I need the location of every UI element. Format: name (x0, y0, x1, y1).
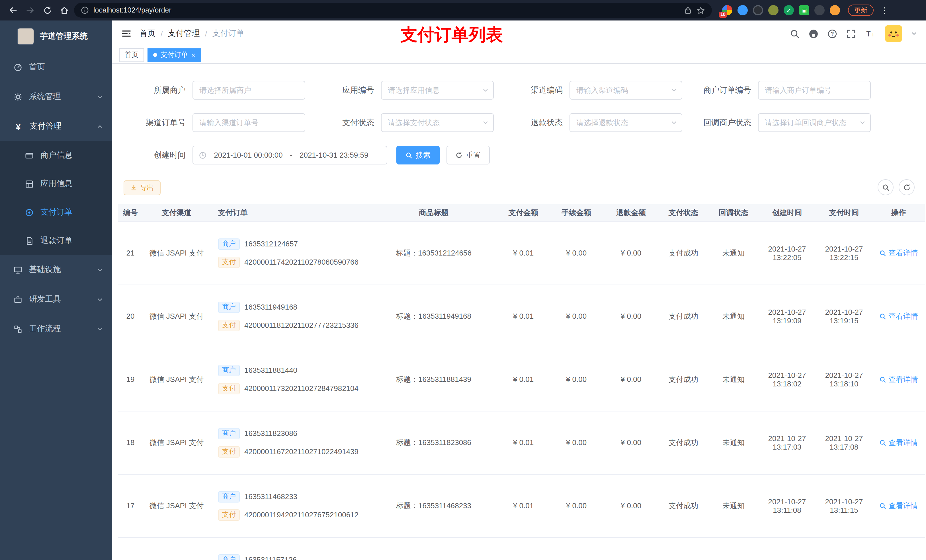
view-detail-link[interactable]: 查看详情 (879, 311, 918, 321)
app-select[interactable] (381, 81, 494, 100)
cell-order: 商户 1635312124657 支付 42000011742021102780… (210, 221, 369, 285)
breadcrumb-item-home[interactable]: 首页 (139, 29, 156, 39)
toggle-search-button[interactable] (878, 179, 894, 195)
pay-order-line: 支付 4200001194202110276752100612 (218, 509, 369, 521)
tab-home[interactable]: 首页 (119, 48, 144, 62)
refund-status-field[interactable] (576, 118, 667, 127)
sidebar-item-app-info[interactable]: 应用信息 (0, 170, 112, 198)
sidebar-item-payment[interactable]: ¥ 支付管理 (0, 112, 112, 141)
extension-icon-green-check[interactable]: ✓ (784, 5, 794, 15)
sidebar-item-devtools[interactable]: 研发工具 (0, 285, 112, 314)
extension-icon-chat[interactable]: ▣ (799, 5, 809, 15)
date-end-input[interactable] (296, 151, 372, 159)
merchant-order-no-field[interactable] (765, 86, 855, 95)
merchant-order-no: 1635311157126 (244, 555, 297, 560)
browser-update-button[interactable]: 更新 (848, 5, 874, 16)
site-info-icon[interactable] (81, 6, 89, 14)
channel-code-field[interactable] (576, 86, 667, 95)
monitor-icon (14, 266, 22, 274)
export-button[interactable]: 导出 (124, 180, 160, 195)
cell-action: 查看详情 (873, 537, 925, 560)
help-icon[interactable]: ? (828, 29, 837, 38)
pay-status-select[interactable] (381, 113, 494, 132)
search-button[interactable]: 搜索 (396, 146, 440, 165)
browser-forward-button[interactable] (23, 3, 38, 18)
sidebar-item-system[interactable]: 系统管理 (0, 82, 112, 112)
app-select-field[interactable] (388, 86, 478, 95)
svg-text:?: ? (831, 31, 834, 36)
extension-icon-pin[interactable] (814, 5, 825, 15)
share-icon[interactable] (684, 6, 692, 14)
sidebar-item-refund-order[interactable]: 退款订单 (0, 226, 112, 255)
merchant-input-field[interactable] (199, 86, 290, 95)
url-text: localhost:1024/pay/order (94, 6, 679, 14)
cell-action: 查看详情 (873, 348, 925, 411)
cell-action: 查看详情 (873, 221, 925, 285)
bookmark-star-icon[interactable] (696, 6, 705, 15)
sidebar-item-merchant-info[interactable]: 商户信息 (0, 141, 112, 170)
cell-amount: ¥ 0.01 (498, 474, 549, 537)
sidebar-item-label: 研发工具 (29, 294, 61, 305)
extension-icon-dark[interactable] (753, 5, 763, 15)
browser-back-button[interactable] (6, 3, 21, 18)
sidebar-item-pay-order[interactable]: 支付订单 (0, 198, 112, 226)
sidebar-item-workflow[interactable]: 工作流程 (0, 314, 112, 344)
pay-status-field[interactable] (388, 118, 478, 127)
font-size-icon[interactable]: TT (865, 29, 876, 38)
field-label: 应用编号 (306, 85, 381, 95)
table-toolbar: 导出 (118, 180, 926, 195)
chevron-down-icon[interactable] (911, 31, 917, 36)
refresh-table-button[interactable] (899, 179, 915, 195)
cell-amount: ¥ 0.01 (498, 285, 549, 348)
view-detail-link[interactable]: 查看详情 (879, 374, 918, 385)
fullscreen-icon[interactable] (846, 29, 856, 38)
extension-icon-drop[interactable] (737, 5, 748, 15)
browser-home-button[interactable] (57, 3, 72, 18)
refund-status-select[interactable] (569, 113, 682, 132)
date-range-picker[interactable]: - (192, 146, 387, 165)
channel-code-select[interactable] (569, 81, 682, 100)
tab-pay-order[interactable]: 支付订单 × (147, 48, 201, 62)
merchant-order-no-input[interactable] (758, 81, 871, 100)
extension-icon-olive[interactable] (768, 5, 779, 15)
browser-menu-icon[interactable]: ⋮ (881, 6, 888, 15)
table-row: 20 微信 JSAPI 支付 商户 1635311949168 支付 42000… (118, 285, 925, 348)
cell-title: 标题：1635311881439 (369, 348, 498, 411)
sidebar-logo[interactable]: 芋道管理系统 (0, 21, 112, 52)
cell-order: 商户 1635311823086 支付 42000011672021102710… (210, 411, 369, 474)
sidebar-toggle-button[interactable] (121, 29, 132, 39)
extension-icon-grid[interactable]: 10 (722, 5, 732, 15)
column-header-order: 支付订单 (210, 204, 369, 221)
tab-label: 首页 (125, 50, 138, 60)
view-detail-link[interactable]: 查看详情 (879, 248, 918, 258)
cell-notify: 未通知 (708, 474, 758, 537)
breadcrumb-separator: / (205, 29, 207, 38)
field-label: 渠道编码 (495, 85, 569, 95)
view-detail-link[interactable]: 查看详情 (879, 501, 918, 511)
address-bar[interactable]: localhost:1024/pay/order (74, 3, 712, 18)
view-detail-link[interactable]: 查看详情 (879, 437, 918, 448)
channel-order-no-input[interactable] (192, 113, 305, 132)
reset-button[interactable]: 重置 (446, 146, 490, 165)
browser-reload-button[interactable] (40, 3, 54, 18)
github-icon[interactable] (809, 29, 819, 38)
search-icon[interactable] (790, 29, 800, 38)
filter-field-create-time: 创建时间 - (118, 146, 387, 165)
cell-notify: 未通知 (708, 411, 758, 474)
sidebar-item-label: 支付订单 (41, 207, 72, 217)
sidebar-item-label: 工作流程 (29, 324, 61, 334)
sidebar-item-home[interactable]: 首页 (0, 52, 112, 82)
cell-amount: ¥ 0.01 (498, 221, 549, 285)
merchant-input[interactable] (192, 81, 305, 100)
date-start-input[interactable] (210, 151, 286, 159)
notify-status-select[interactable] (758, 113, 871, 132)
user-avatar[interactable] (885, 25, 902, 42)
tab-close-icon[interactable]: × (191, 51, 195, 58)
extension-icon-face[interactable] (830, 5, 840, 15)
filter-field-pay-status: 支付状态 (306, 113, 495, 132)
sidebar-item-infra[interactable]: 基础设施 (0, 255, 112, 285)
channel-order-no-field[interactable] (199, 118, 290, 127)
breadcrumb-item-payment[interactable]: 支付管理 (168, 29, 200, 39)
merchant-order-no: 1635312124657 (244, 240, 298, 248)
notify-status-field[interactable] (765, 118, 855, 127)
